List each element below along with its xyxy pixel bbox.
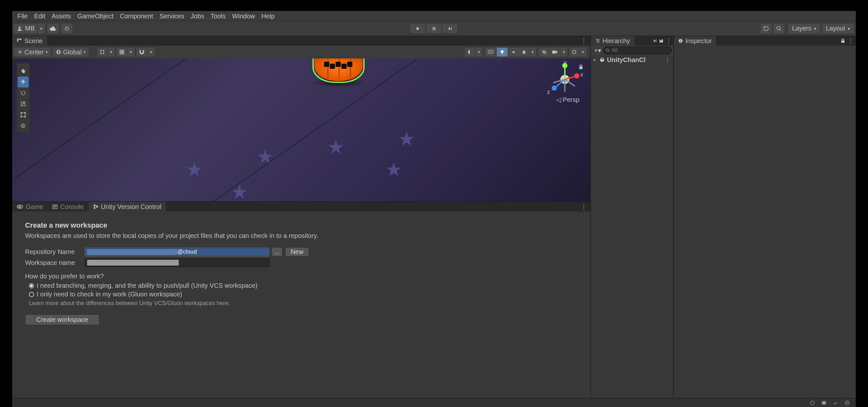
grid-snap-button[interactable]: ▾ bbox=[117, 48, 134, 57]
snap-increment-button[interactable]: ▾ bbox=[97, 48, 115, 57]
persp-label-row[interactable]: ◁ Persp bbox=[553, 96, 583, 103]
learn-link[interactable]: here bbox=[217, 300, 228, 306]
scene-tab-menu[interactable]: ⋮ bbox=[578, 36, 590, 45]
menu-tools[interactable]: Tools bbox=[207, 11, 229, 21]
layout-label: Layout bbox=[826, 25, 845, 32]
account-dropdown[interactable]: MB ▾ bbox=[14, 24, 45, 33]
scale-tool[interactable] bbox=[18, 98, 29, 109]
pause-button[interactable] bbox=[426, 24, 442, 33]
svg-point-33 bbox=[552, 86, 557, 91]
workspace-input[interactable] bbox=[85, 258, 270, 267]
scene-viewport[interactable]: ★ ★ ★ ★ ★ ★ ★ bbox=[12, 59, 590, 201]
unity-editor: File Edit Assets GameObject Component Se… bbox=[12, 11, 856, 407]
svg-rect-12 bbox=[100, 53, 101, 54]
tab-vcs[interactable]: Unity Version Control bbox=[89, 202, 166, 212]
caret-icon: ▾ bbox=[579, 48, 586, 57]
draw-mode-button[interactable]: ▾ bbox=[465, 48, 483, 57]
status-icon-4[interactable] bbox=[843, 399, 850, 406]
tab-hierarchy[interactable]: Hierarchy bbox=[591, 36, 635, 45]
scene-object-pumpkin bbox=[314, 59, 363, 81]
gizmo-icon bbox=[569, 48, 579, 57]
cloud-button[interactable] bbox=[47, 24, 59, 33]
fx-toggle[interactable]: ▾ bbox=[519, 48, 536, 57]
search-button[interactable] bbox=[774, 24, 784, 33]
hierarchy-root-item[interactable]: ▸ UnityChanCl ⋮ bbox=[591, 55, 673, 64]
star-decal: ★ bbox=[327, 136, 345, 158]
audio-toggle[interactable] bbox=[508, 48, 519, 57]
lighting-toggle[interactable] bbox=[497, 48, 507, 57]
gizmos-toggle[interactable]: ▾ bbox=[569, 48, 586, 57]
inspector-body bbox=[674, 45, 856, 398]
status-icon-3[interactable] bbox=[832, 399, 839, 406]
view-tool[interactable] bbox=[18, 66, 29, 76]
svg-point-0 bbox=[19, 27, 21, 29]
radio-gluon[interactable]: I only need to check in my work (Gluon w… bbox=[25, 291, 578, 298]
radio-branching-label: I need branching, merging, and the abili… bbox=[37, 282, 257, 289]
scene-overlay-tools: ▾ 2D ▾ ▾ ▾ bbox=[465, 48, 588, 57]
radio-branching[interactable]: I need branching, merging, and the abili… bbox=[25, 282, 578, 289]
new-repo-button[interactable]: New bbox=[285, 247, 309, 256]
twod-toggle[interactable]: 2D bbox=[485, 48, 496, 57]
layout-dropdown[interactable]: Layout bbox=[822, 24, 854, 33]
unity-scene-icon bbox=[599, 57, 605, 63]
scene-visibility-toggle[interactable] bbox=[539, 48, 550, 57]
inspector-tabs: Inspector ⋮ bbox=[674, 36, 856, 45]
browse-repo-button[interactable]: ... bbox=[271, 247, 283, 256]
inspector-tab-menu[interactable]: ⋮ bbox=[847, 37, 854, 45]
bottom-tabs: Game Console Unity Version Control ⋮ bbox=[12, 202, 590, 212]
gizmo-lock[interactable] bbox=[579, 64, 583, 69]
undo-history-button[interactable] bbox=[761, 24, 772, 33]
repo-input[interactable]: @cloud bbox=[85, 248, 270, 256]
hierarchy-tabs: Hierarchy ⋮ bbox=[591, 36, 673, 45]
hierarchy-visibility-toggle[interactable] bbox=[652, 39, 657, 43]
menu-file[interactable]: File bbox=[14, 11, 31, 21]
move-tool[interactable] bbox=[18, 76, 29, 88]
play-button[interactable] bbox=[410, 24, 426, 33]
status-icon-2[interactable] bbox=[820, 399, 828, 406]
tab-console[interactable]: Console bbox=[48, 202, 88, 212]
rotate-tool[interactable] bbox=[18, 88, 29, 98]
hierarchy-item-menu[interactable]: ⋮ bbox=[663, 56, 672, 64]
create-workspace-button[interactable]: Create workspace bbox=[25, 314, 99, 325]
menu-edit[interactable]: Edit bbox=[31, 11, 48, 21]
rect-tool[interactable] bbox=[18, 109, 29, 120]
hierarchy-search[interactable]: All bbox=[603, 46, 672, 54]
pivot-toggle[interactable]: Center ▾ bbox=[14, 48, 51, 57]
tab-scene[interactable]: Scene bbox=[12, 36, 48, 45]
menu-window[interactable]: Window bbox=[229, 11, 258, 21]
lightbulb-icon bbox=[500, 50, 504, 54]
step-button[interactable] bbox=[442, 24, 458, 33]
menu-component[interactable]: Component bbox=[117, 11, 156, 21]
svg-point-2 bbox=[777, 26, 780, 30]
snap-settings-button[interactable]: ▾ bbox=[136, 48, 155, 57]
status-icon-1[interactable] bbox=[809, 399, 816, 406]
caret-icon: ▾ bbox=[107, 48, 115, 57]
layers-label: Layers bbox=[792, 25, 811, 32]
expand-arrow-icon[interactable]: ▸ bbox=[592, 58, 597, 62]
menu-assets[interactable]: Assets bbox=[49, 11, 74, 21]
menu-jobs[interactable]: Jobs bbox=[187, 11, 207, 21]
inspector-panel: Inspector ⋮ bbox=[674, 36, 856, 398]
hierarchy-tab-menu[interactable]: ⋮ bbox=[665, 37, 672, 45]
menu-help[interactable]: Help bbox=[258, 11, 278, 21]
orientation-gizmo[interactable]: x y z ◁ Persp bbox=[547, 62, 583, 103]
account-caret: ▾ bbox=[37, 24, 45, 33]
tab-inspector[interactable]: Inspector bbox=[674, 36, 717, 45]
svg-rect-15 bbox=[552, 51, 556, 54]
layers-dropdown[interactable]: Layers bbox=[788, 24, 820, 33]
snap-icon bbox=[97, 48, 107, 57]
menu-services[interactable]: Services bbox=[156, 11, 187, 21]
bottom-tab-menu[interactable]: ⋮ bbox=[578, 202, 590, 212]
hierarchy-save-icon[interactable] bbox=[659, 39, 663, 43]
settings-button[interactable] bbox=[61, 24, 72, 33]
svg-rect-6 bbox=[17, 40, 18, 41]
hierarchy-add-button[interactable]: +▾ bbox=[592, 46, 603, 54]
svg-rect-44 bbox=[656, 39, 656, 42]
transform-tool[interactable] bbox=[18, 120, 29, 131]
camera-button[interactable]: ▾ bbox=[550, 48, 567, 57]
space-toggle[interactable]: Global ▾ bbox=[53, 48, 89, 57]
inspector-lock[interactable] bbox=[841, 39, 845, 43]
radio-gluon-label: I only need to check in my work (Gluon w… bbox=[37, 291, 182, 298]
tab-game[interactable]: Game bbox=[12, 202, 48, 212]
menu-gameobject[interactable]: GameObject bbox=[74, 11, 117, 21]
